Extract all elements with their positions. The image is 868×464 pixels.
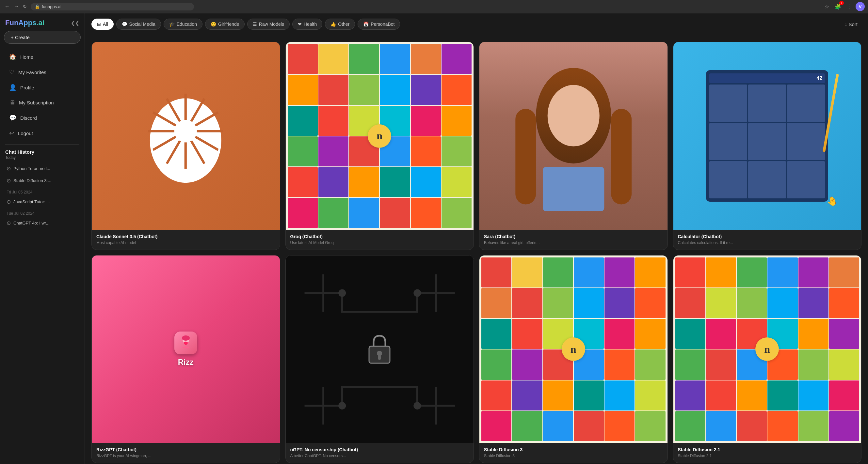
- back-button[interactable]: ←: [3, 3, 11, 10]
- raw-models-icon: ☰: [253, 22, 257, 27]
- app-desc-sd21: Stable Diffusion 2.1: [678, 454, 857, 458]
- app-desc-ngpt: A better ChatGPT. No censors...: [290, 454, 469, 458]
- app-info-groq: Groq (Chatbot) Use latest AI Model Groq: [286, 230, 474, 250]
- chat-date-tue: Tue Jul 02 2024: [5, 208, 80, 217]
- forward-button[interactable]: →: [12, 3, 20, 10]
- app-card-sd21[interactable]: n Stable Diffusion 2.1 Stable Diffusion …: [673, 255, 862, 463]
- tab-education-label: Education: [177, 22, 197, 27]
- browser-nav-buttons: ← → ↻: [3, 3, 28, 10]
- social-icon: 💬: [122, 22, 127, 27]
- app-info-ngpt: nGPT: No censorship (Chatbot) A better C…: [286, 443, 474, 463]
- app-desc-rizz: RizzGPT is your AI wingman, ...: [96, 454, 275, 458]
- tab-raw-models-label: Raw Models: [259, 22, 284, 27]
- svg-rect-16: [611, 109, 631, 204]
- tab-personabot-label: PersonaBot: [371, 22, 395, 27]
- app-name-rizz: RizzGPT (Chatbot): [96, 447, 275, 452]
- home-icon: 🏠: [9, 53, 16, 60]
- all-icon: ⊞: [97, 22, 101, 27]
- app-info-claude: Claude Sonnet 3.5 (Chatbot) Most capable…: [92, 230, 280, 250]
- app-desc-groq: Use latest AI Model Groq: [290, 240, 469, 245]
- sidebar-item-subscription[interactable]: 🖥 My Subscription: [3, 95, 82, 110]
- lock-svg: NO CENSORSHIP: [366, 333, 393, 364]
- reload-button[interactable]: ↻: [22, 3, 28, 10]
- app-desc-sd3: Stable Diffusion 3: [484, 454, 663, 458]
- app-card-claude[interactable]: Claude Sonnet 3.5 (Chatbot) Most capable…: [91, 42, 280, 250]
- category-tabs: ⊞ All 💬 Social Media 🎓 Education 😊 Girlf…: [85, 13, 868, 35]
- sara-svg: [498, 61, 649, 211]
- settings-button[interactable]: ⋮: [844, 2, 854, 11]
- app-image-sara: [479, 42, 668, 230]
- sort-button[interactable]: ↕ Sort: [841, 19, 862, 30]
- app-image-sd3: n: [479, 256, 668, 443]
- sidebar-item-discord[interactable]: 💬 Discord: [3, 110, 82, 125]
- app-desc-claude: Most capable AI model: [96, 240, 275, 245]
- create-button[interactable]: + Create: [4, 31, 81, 44]
- app-name-sd3: Stable Diffusion 3: [484, 447, 663, 452]
- sidebar-item-logout[interactable]: ↩ Logout: [3, 126, 82, 141]
- chat-icon-1: ⊙: [6, 165, 11, 172]
- chat-item-text-3: JavaScript Tutor: ...: [13, 199, 70, 204]
- tab-girlfriends[interactable]: 😊 Girlfriends: [205, 19, 245, 30]
- other-icon: 👍: [331, 22, 336, 27]
- tab-social-media[interactable]: 💬 Social Media: [116, 19, 161, 30]
- rizz-avatar-svg: [178, 335, 194, 351]
- tab-other[interactable]: 👍 Other: [325, 19, 355, 30]
- personabot-icon: 📅: [363, 22, 369, 27]
- app-card-rizz[interactable]: Rizz RizzGPT (Chatbot) RizzGPT is your A…: [91, 255, 280, 463]
- chat-history-section: Chat History Today ⊙ Python Tutor: no l.…: [0, 148, 85, 230]
- sd21-n-letter: n: [764, 343, 770, 355]
- rizz-label: Rizz: [178, 358, 194, 367]
- svg-point-25: [377, 351, 382, 356]
- monitor-icon: 🖥: [9, 99, 15, 106]
- app-name-groq: Groq (Chatbot): [290, 234, 469, 239]
- tab-raw-models[interactable]: ☰ Raw Models: [247, 19, 290, 30]
- svg-rect-17: [543, 167, 604, 211]
- app-card-sara[interactable]: Sara (Chatbot) Behaves like a real girl,…: [479, 42, 668, 250]
- tab-education[interactable]: 🎓 Education: [164, 19, 203, 30]
- user-icon: 👤: [9, 84, 16, 91]
- sidebar-item-label-profile: Profile: [20, 85, 34, 90]
- chat-item-stable-diffusion[interactable]: ⊙ Stable Diffusion 3:... ⋮: [5, 174, 80, 187]
- app-image-sd21: n: [673, 256, 862, 443]
- tab-girlfriends-label: Girlfriends: [218, 22, 239, 27]
- sidebar-item-profile[interactable]: 👤 Profile: [3, 80, 82, 95]
- app-card-ngpt[interactable]: NO CENSORSHIP nGPT: No censorship (Chatb…: [285, 255, 474, 463]
- bookmark-button[interactable]: ☆: [822, 2, 831, 11]
- app-card-sd3[interactable]: n Stable Diffusion 3 Stable Diffusion 3: [479, 255, 668, 463]
- app-card-groq[interactable]: n Groq (Chatbot) Use latest AI Model Gro…: [285, 42, 474, 250]
- svg-text:NO CENSORSHIP: NO CENSORSHIP: [371, 364, 389, 364]
- app-logo: FunApps.ai: [5, 19, 44, 27]
- sidebar-header: FunApps.ai ❮❮: [0, 17, 85, 31]
- chat-item-chatgpt4o[interactable]: ⊙ ChatGPT 4o: I wr... ⋮: [5, 217, 80, 229]
- chat-item-javascript-tutor[interactable]: ⊙ JavaScript Tutor: ... ⋮: [5, 196, 80, 208]
- claude-svg: [134, 84, 238, 188]
- girlfriends-icon: 😊: [211, 22, 216, 27]
- app-image-ngpt: NO CENSORSHIP: [286, 256, 474, 443]
- extensions-button[interactable]: 🧩: [833, 2, 842, 11]
- chat-item-text-2: Stable Diffusion 3:...: [13, 178, 70, 183]
- sidebar-item-favorites[interactable]: ♡ My Favorites: [3, 65, 82, 79]
- sidebar-item-label-favorites: My Favorites: [18, 69, 46, 75]
- chat-item-python-tutor[interactable]: ⊙ Python Tutor: no l... ⋮: [5, 163, 80, 174]
- address-bar[interactable]: 🔒 funapps.ai: [31, 3, 194, 10]
- profile-avatar-button[interactable]: V: [856, 2, 865, 11]
- sidebar-toggle-button[interactable]: ❮❮: [71, 20, 80, 26]
- sidebar-item-home[interactable]: 🏠 Home: [3, 49, 82, 64]
- tab-personabot[interactable]: 📅 PersonaBot: [358, 19, 400, 30]
- app-image-claude: [92, 42, 280, 230]
- svg-rect-15: [515, 109, 536, 204]
- app-info-sd21: Stable Diffusion 2.1 Stable Diffusion 2.…: [673, 443, 862, 463]
- app-image-rizz: Rizz: [92, 256, 280, 443]
- sidebar-item-label-subscription: My Subscription: [19, 100, 54, 105]
- chat-history-today-label: Today: [5, 155, 80, 160]
- svg-point-21: [413, 289, 421, 297]
- discord-icon: 💬: [9, 114, 16, 121]
- svg-point-20: [338, 289, 346, 297]
- chat-icon-3: ⊙: [6, 199, 11, 205]
- app-card-calc[interactable]: 42: [673, 42, 862, 250]
- tab-all[interactable]: ⊞ All: [91, 19, 114, 30]
- chat-icon-2: ⊙: [6, 177, 11, 184]
- app-info-sara: Sara (Chatbot) Behaves like a real girl,…: [479, 230, 668, 250]
- app-name-ngpt: nGPT: No censorship (Chatbot): [290, 447, 469, 452]
- tab-health[interactable]: ❤ Health: [292, 19, 322, 30]
